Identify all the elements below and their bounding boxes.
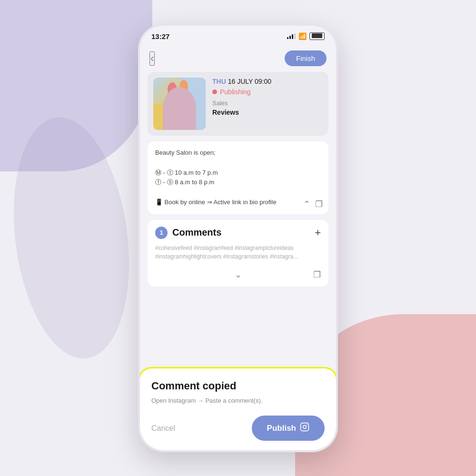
post-reviews: Reviews <box>212 109 323 116</box>
finish-button[interactable]: Finish <box>285 50 327 66</box>
post-status: Publishing <box>212 88 323 96</box>
thumb-person <box>163 87 196 130</box>
post-meta: THU 16 JULY 09:00 Publishing Sales Revie… <box>212 78 323 116</box>
caption-line1: Beauty Salon is open; <box>155 148 321 158</box>
phone-wrapper: 13:27 📶 ‹ Finish <box>138 24 338 452</box>
signal-bar-1 <box>287 37 288 39</box>
caption-line3: ⓕ - ⓢ 8 a.m to 8 p.m <box>155 178 321 188</box>
caption-box: Beauty Salon is open; Ⓜ - ⓣ 10 a.m to 7 … <box>148 141 328 214</box>
svg-point-2 <box>307 425 307 426</box>
svg-point-1 <box>303 426 307 429</box>
chevron-down-icon[interactable]: ⌄ <box>235 269 242 280</box>
phone-inner: 13:27 📶 ‹ Finish <box>140 26 336 450</box>
signal-bars <box>287 33 296 39</box>
publish-button[interactable]: Publish <box>252 416 325 441</box>
status-label: Publishing <box>220 88 251 96</box>
svg-rect-0 <box>301 423 309 431</box>
caption-actions: ⌃ ❐ <box>303 199 323 209</box>
publish-label: Publish <box>267 424 296 433</box>
signal-bar-3 <box>292 34 293 39</box>
comments-header: 1 Comments + <box>155 227 321 239</box>
post-date-value: 16 JULY 09:00 <box>228 78 271 85</box>
bottom-sheet-actions: Cancel Publish <box>151 416 325 441</box>
caption-line2: Ⓜ - ⓣ 10 a.m to 7 p.m <box>155 168 321 178</box>
post-category: Sales <box>212 99 323 107</box>
comment-hashtags: #cohesivefeed #instagramfeed #instagramp… <box>155 244 321 261</box>
status-dot <box>212 89 217 94</box>
bottom-sheet-title: Comment copied <box>151 380 325 392</box>
bottom-sheet: Comment copied Open Instagram → Paste a … <box>140 368 336 450</box>
signal-bar-2 <box>289 36 291 39</box>
header-row: ‹ Finish <box>140 47 336 72</box>
chevron-up-icon[interactable]: ⌃ <box>303 199 310 209</box>
cancel-button[interactable]: Cancel <box>151 424 175 433</box>
status-time: 13:27 <box>151 32 169 40</box>
add-comment-button[interactable]: + <box>315 227 321 239</box>
caption-line4: 📱 Book by online ⇒ Active link in bio pr… <box>155 198 321 208</box>
copy-comments-icon[interactable]: ❐ <box>313 269 321 280</box>
comments-bottom: ⌄ ❐ <box>155 266 321 280</box>
comments-title-row: 1 Comments <box>155 227 221 239</box>
wifi-icon: 📶 <box>298 32 307 40</box>
status-bar: 13:27 📶 <box>140 26 336 47</box>
post-card: THU 16 JULY 09:00 Publishing Sales Revie… <box>148 72 328 136</box>
post-date-prefix: THU <box>212 78 226 85</box>
comments-section: 1 Comments + #cohesivefeed #instagramfee… <box>148 220 328 287</box>
status-icons: 📶 <box>287 32 325 40</box>
phone-outer: 13:27 📶 ‹ Finish <box>138 24 338 452</box>
caption-text: Beauty Salon is open; Ⓜ - ⓣ 10 a.m to 7 … <box>155 148 321 208</box>
comments-title: Comments <box>172 227 221 238</box>
comments-badge: 1 <box>155 227 168 239</box>
post-thumbnail <box>153 78 206 130</box>
battery-icon <box>309 32 325 40</box>
instagram-icon <box>300 422 309 434</box>
bottom-sheet-desc: Open Instagram → Paste a comment(s). <box>151 397 325 404</box>
back-button[interactable]: ‹ <box>149 51 155 66</box>
post-date: THU 16 JULY 09:00 <box>212 78 323 85</box>
signal-bar-4 <box>294 33 296 39</box>
copy-icon[interactable]: ❐ <box>315 199 323 209</box>
